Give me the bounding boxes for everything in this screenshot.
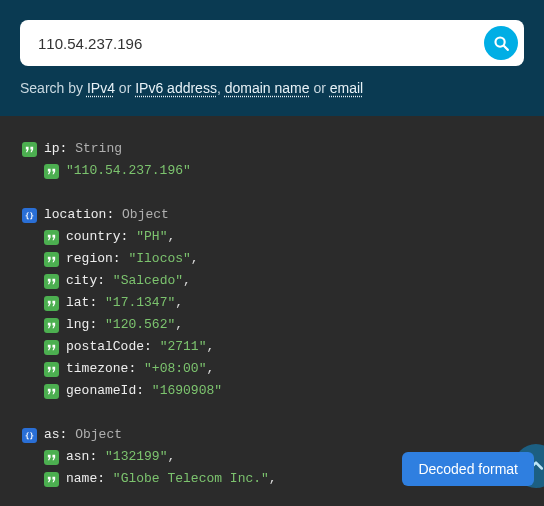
code-text: region: "Ilocos", <box>66 248 199 270</box>
link-ipv4[interactable]: IPv4 <box>87 80 115 96</box>
code-line: country: "PH", <box>22 226 522 248</box>
decoded-format-button[interactable]: Decoded format <box>402 452 534 486</box>
string-badge-icon <box>44 164 59 179</box>
search-icon <box>493 35 510 52</box>
svg-line-1 <box>503 45 507 49</box>
string-badge-icon <box>44 230 59 245</box>
code-line: geonameId: "1690908" <box>22 380 522 402</box>
code-line: ip: String <box>22 138 522 160</box>
code-scroll[interactable]: ip: String"110.54.237.196"{}location: Ob… <box>0 116 544 506</box>
svg-text:{}: {} <box>25 211 34 220</box>
code-line: city: "Salcedo", <box>22 270 522 292</box>
link-domain[interactable]: domain name <box>225 80 310 96</box>
hint-text: , <box>217 80 225 96</box>
code-text: as: Object <box>44 424 122 446</box>
string-badge-icon <box>44 318 59 333</box>
code-line: {}as: Object <box>22 424 522 446</box>
search-hint: Search by IPv4 or IPv6 address, domain n… <box>20 80 524 96</box>
link-email[interactable]: email <box>330 80 363 96</box>
code-line: lat: "17.1347", <box>22 292 522 314</box>
code-line: region: "Ilocos", <box>22 248 522 270</box>
string-badge-icon <box>44 274 59 289</box>
code-line: {}location: Object <box>22 204 522 226</box>
string-badge-icon <box>44 472 59 487</box>
search-bar <box>20 20 524 66</box>
code-text: "110.54.237.196" <box>66 160 191 182</box>
code-text: asn: "132199", <box>66 446 175 468</box>
search-input[interactable] <box>38 35 484 52</box>
string-badge-icon <box>22 142 37 157</box>
code-text: ip: String <box>44 138 122 160</box>
code-text: country: "PH", <box>66 226 175 248</box>
string-badge-icon <box>44 340 59 355</box>
code-line: timezone: "+08:00", <box>22 358 522 380</box>
object-badge-icon: {} <box>22 208 37 223</box>
code-text: geonameId: "1690908" <box>66 380 222 402</box>
code-text: timezone: "+08:00", <box>66 358 214 380</box>
link-ipv6[interactable]: IPv6 address <box>135 80 217 96</box>
object-badge-icon: {} <box>22 428 37 443</box>
hint-text: Search by <box>20 80 87 96</box>
code-text: lat: "17.1347", <box>66 292 183 314</box>
code-text: postalCode: "2711", <box>66 336 214 358</box>
string-badge-icon <box>44 252 59 267</box>
code-text: location: Object <box>44 204 169 226</box>
string-badge-icon <box>44 296 59 311</box>
hint-text: or <box>310 80 330 96</box>
code-line: "110.54.237.196" <box>22 160 522 182</box>
string-badge-icon <box>44 450 59 465</box>
code-text: city: "Salcedo", <box>66 270 191 292</box>
code-panel: ip: String"110.54.237.196"{}location: Ob… <box>0 116 544 506</box>
blank-line <box>22 402 522 424</box>
search-section: Search by IPv4 or IPv6 address, domain n… <box>0 0 544 116</box>
code-line: postalCode: "2711", <box>22 336 522 358</box>
search-button[interactable] <box>484 26 518 60</box>
string-badge-icon <box>44 384 59 399</box>
code-line: lng: "120.562", <box>22 314 522 336</box>
svg-text:{}: {} <box>25 431 34 440</box>
blank-line <box>22 182 522 204</box>
hint-text: or <box>115 80 135 96</box>
string-badge-icon <box>44 362 59 377</box>
code-text: lng: "120.562", <box>66 314 183 336</box>
code-text: name: "Globe Telecom Inc.", <box>66 468 277 490</box>
